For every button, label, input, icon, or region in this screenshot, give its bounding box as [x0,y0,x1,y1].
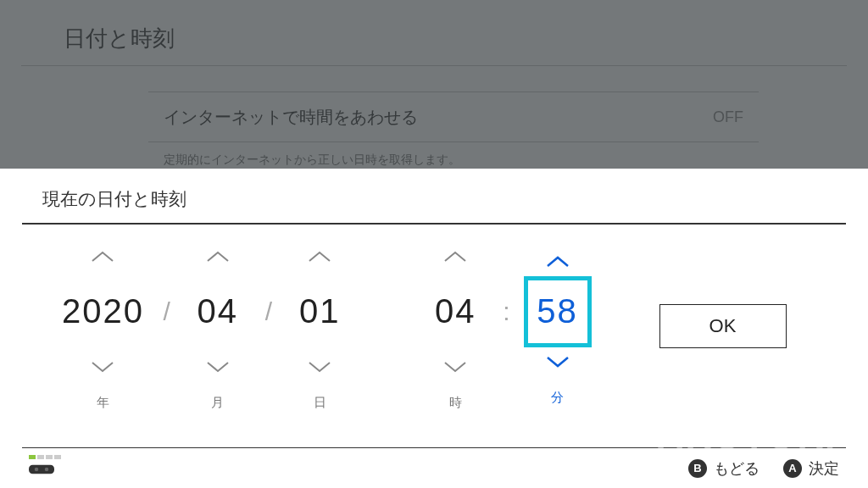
date-separator: / [260,271,277,352]
minute-value[interactable]: 58 [524,276,592,347]
a-button-icon: A [783,459,802,478]
hour-column: 04 時 [413,242,498,411]
day-down-button[interactable] [307,352,332,381]
hour-label: 時 [449,395,462,411]
datetime-picker: 2020 年 / 04 月 / 01 日 04 [0,225,868,428]
hint-confirm: A 決定 [783,458,839,479]
month-label: 月 [211,395,224,411]
time-separator: : [498,271,515,352]
ok-button[interactable]: OK [659,304,787,348]
minute-label: 分 [551,390,564,406]
button-hints: B もどる A 決定 [688,458,839,479]
date-separator: / [158,271,175,352]
day-value[interactable]: 01 [286,271,353,352]
day-column: 01 日 [277,242,362,411]
hour-up-button[interactable] [442,242,468,271]
month-down-button[interactable] [205,352,231,381]
day-up-button[interactable] [307,242,332,271]
year-down-button[interactable] [90,352,115,381]
controller-indicator [29,455,61,481]
datetime-dialog: 現在の日付と時刻 2020 年 / 04 月 / 01 日 [0,169,868,488]
dialog-title: 現在の日付と時刻 [22,169,846,225]
dialog-footer: B もどる A 決定 [22,447,846,488]
minute-column: 58 分 [515,247,600,406]
a-button-label: 決定 [809,458,839,479]
year-up-button[interactable] [90,242,115,271]
month-up-button[interactable] [205,242,231,271]
year-value[interactable]: 2020 [56,271,149,352]
month-value[interactable]: 04 [184,271,252,352]
svg-point-0 [35,468,39,472]
month-column: 04 月 [175,242,260,411]
gamepad-icon [29,461,61,481]
year-column: 2020 年 [47,242,158,411]
svg-point-1 [45,468,49,472]
b-button-icon: B [688,459,707,478]
hint-back: B もどる [688,458,760,479]
hour-value[interactable]: 04 [421,271,489,352]
b-button-label: もどる [714,458,760,479]
year-label: 年 [97,395,109,411]
hour-down-button[interactable] [442,352,468,381]
day-label: 日 [314,395,326,411]
minute-up-button[interactable] [545,247,570,276]
minute-down-button[interactable] [545,347,570,376]
